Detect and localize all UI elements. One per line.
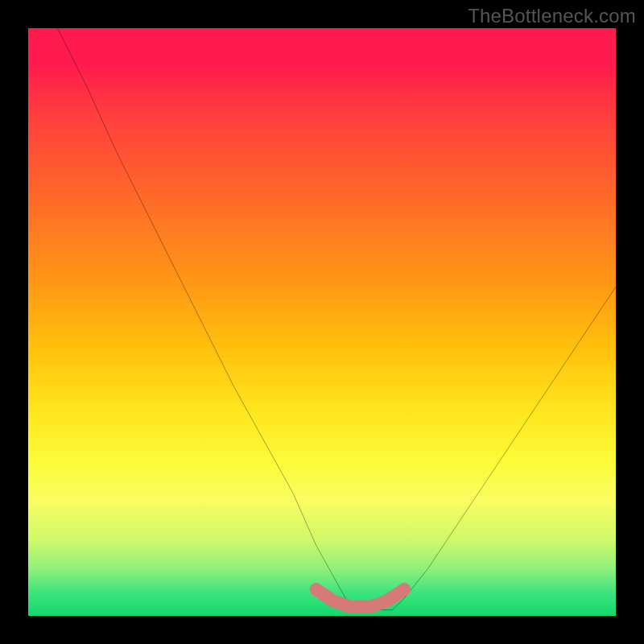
chart-frame: TheBottleneck.com <box>0 0 644 644</box>
plot-area <box>28 28 616 616</box>
bottleneck-curve-path <box>58 28 617 610</box>
minimum-band-path <box>316 589 405 607</box>
chart-svg <box>28 28 616 616</box>
watermark-text: TheBottleneck.com <box>468 5 636 27</box>
